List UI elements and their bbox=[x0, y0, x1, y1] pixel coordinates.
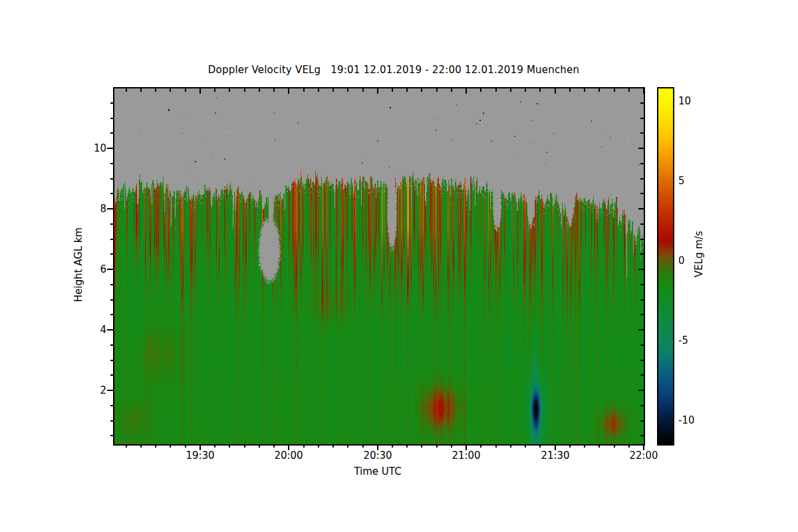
axis-tick bbox=[110, 374, 114, 376]
axis-tick bbox=[362, 444, 364, 448]
axis-tick bbox=[110, 132, 114, 134]
axis-tick bbox=[640, 405, 644, 406]
axis-tick bbox=[598, 88, 600, 92]
x-tick-label: 21:30 bbox=[541, 450, 569, 462]
axis-tick bbox=[628, 88, 630, 92]
axis-tick bbox=[495, 88, 497, 92]
axis-tick bbox=[640, 223, 644, 225]
axis-tick bbox=[525, 444, 526, 448]
axis-tick bbox=[110, 239, 114, 240]
axis-tick bbox=[126, 444, 127, 448]
axis-tick bbox=[495, 444, 497, 448]
axis-tick bbox=[598, 444, 600, 448]
axis-tick bbox=[110, 405, 114, 406]
axis-tick bbox=[347, 88, 348, 92]
axis-tick bbox=[288, 88, 289, 94]
heatmap-canvas bbox=[114, 88, 644, 444]
axis-tick bbox=[107, 208, 113, 209]
colorbar bbox=[657, 87, 674, 446]
axis-tick bbox=[107, 329, 113, 331]
axis-tick bbox=[107, 269, 113, 270]
y-axis-title: Height AGL km bbox=[72, 227, 84, 302]
axis-tick bbox=[640, 314, 644, 315]
axis-tick bbox=[640, 299, 644, 301]
axis-tick bbox=[539, 88, 541, 92]
axis-tick bbox=[110, 178, 114, 180]
axis-tick bbox=[185, 88, 186, 92]
axis-tick bbox=[229, 88, 230, 92]
axis-tick bbox=[170, 444, 171, 448]
x-tick-label: 20:00 bbox=[274, 450, 303, 462]
axis-tick bbox=[640, 163, 644, 164]
axis-tick bbox=[110, 360, 114, 361]
axis-tick bbox=[229, 444, 230, 448]
axis-tick bbox=[110, 163, 114, 164]
axis-tick bbox=[259, 444, 260, 448]
axis-tick bbox=[640, 360, 644, 361]
axis-tick bbox=[140, 444, 142, 448]
axis-tick bbox=[638, 208, 644, 209]
axis-tick bbox=[480, 88, 481, 92]
axis-tick bbox=[126, 88, 127, 92]
axis-tick bbox=[107, 390, 113, 391]
axis-tick bbox=[110, 344, 114, 346]
axis-tick bbox=[107, 148, 113, 149]
axis-tick bbox=[638, 390, 644, 391]
axis-tick bbox=[110, 314, 114, 315]
axis-tick bbox=[480, 444, 481, 448]
axis-tick bbox=[110, 420, 114, 422]
axis-tick bbox=[555, 88, 556, 94]
axis-tick bbox=[421, 88, 422, 92]
axis-tick bbox=[451, 444, 452, 448]
axis-tick bbox=[406, 88, 408, 92]
axis-tick bbox=[640, 239, 644, 240]
x-tick-label: 19:30 bbox=[186, 450, 214, 462]
axis-tick bbox=[110, 193, 114, 194]
colorbar-tick-label: 5 bbox=[678, 175, 685, 187]
colorbar-tick-label: 0 bbox=[678, 255, 685, 267]
axis-tick bbox=[640, 102, 644, 104]
quicklook-page: { "title": "Doppler Velocity VELg 19:01 … bbox=[0, 0, 798, 532]
axis-tick bbox=[110, 299, 114, 301]
y-tick-label: 8 bbox=[76, 203, 106, 215]
axis-tick bbox=[421, 444, 422, 448]
axis-tick bbox=[318, 444, 319, 448]
axis-tick bbox=[377, 88, 378, 94]
axis-tick bbox=[273, 444, 275, 448]
axis-tick bbox=[569, 88, 571, 92]
axis-tick bbox=[214, 88, 215, 92]
axis-tick bbox=[392, 88, 393, 92]
axis-tick bbox=[539, 444, 541, 448]
axis-tick bbox=[638, 329, 644, 331]
axis-tick bbox=[362, 88, 364, 92]
axis-tick bbox=[244, 88, 245, 92]
axis-tick bbox=[110, 253, 114, 255]
axis-tick bbox=[614, 88, 615, 92]
colorbar-tick-label: -5 bbox=[678, 334, 688, 346]
axis-tick bbox=[643, 88, 644, 94]
axis-tick bbox=[110, 118, 114, 119]
axis-tick bbox=[110, 435, 114, 436]
axis-tick bbox=[185, 444, 186, 448]
axis-tick bbox=[436, 444, 438, 448]
axis-tick bbox=[525, 88, 526, 92]
axis-tick bbox=[140, 88, 142, 92]
axis-tick bbox=[640, 344, 644, 346]
axis-tick bbox=[303, 444, 305, 448]
axis-tick bbox=[214, 444, 215, 448]
axis-tick bbox=[640, 132, 644, 134]
axis-tick bbox=[170, 88, 171, 92]
colorbar-tick-label: 10 bbox=[678, 95, 691, 107]
colorbar-tick-label: -10 bbox=[678, 414, 695, 426]
axis-tick bbox=[451, 88, 452, 92]
y-tick-label: 10 bbox=[76, 142, 106, 154]
axis-tick bbox=[638, 148, 644, 149]
axis-tick bbox=[110, 102, 114, 104]
axis-tick bbox=[640, 374, 644, 376]
axis-tick bbox=[318, 88, 319, 92]
axis-tick bbox=[347, 444, 348, 448]
axis-tick bbox=[640, 284, 644, 285]
axis-tick bbox=[110, 284, 114, 285]
axis-tick bbox=[273, 88, 275, 92]
axis-tick bbox=[436, 88, 438, 92]
